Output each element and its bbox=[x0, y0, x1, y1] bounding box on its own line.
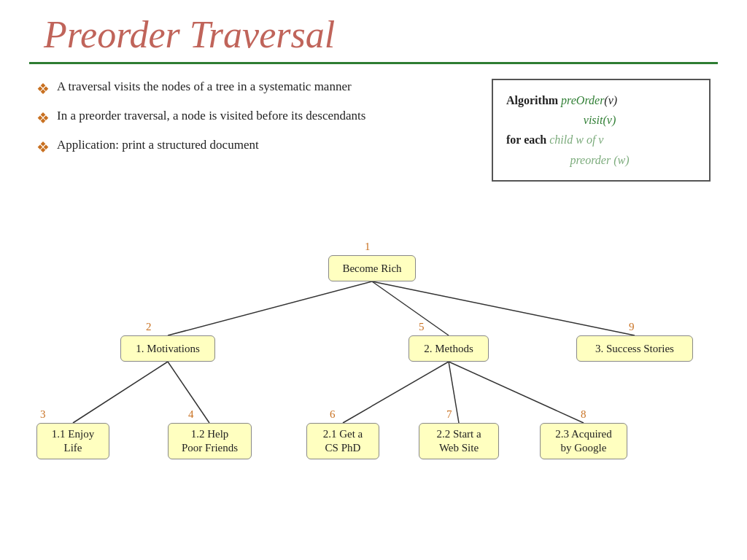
algo-line1: Algorithm preOrder(v) bbox=[506, 90, 693, 110]
node-number-n1: 2 bbox=[146, 321, 152, 333]
page: Preorder Traversal ❖ A traversal visits … bbox=[0, 0, 747, 560]
title-divider bbox=[29, 62, 718, 64]
svg-line-2 bbox=[372, 281, 635, 335]
node-number-n22: 7 bbox=[446, 408, 452, 421]
bullet-item-1: ❖ A traversal visits the nodes of a tree… bbox=[36, 79, 470, 99]
node-number-n11: 3 bbox=[40, 408, 46, 421]
algorithm-box: Algorithm preOrder(v) visit(v) for each … bbox=[492, 79, 711, 182]
node-number-n2: 5 bbox=[419, 321, 425, 333]
bullet-icon-2: ❖ bbox=[36, 109, 50, 128]
node-number-n21: 6 bbox=[330, 408, 336, 421]
node-number-n23: 8 bbox=[581, 408, 587, 421]
tree-node-root: Become Rich bbox=[328, 255, 416, 281]
tree-node-n23: 2.3 Acquired by Google bbox=[540, 423, 627, 459]
node-number-n3: 9 bbox=[629, 321, 635, 333]
tree-section: 1 Become Rich 2 1. Motivations 5 2. Meth… bbox=[0, 226, 747, 560]
tree-node-n12: 1.2 Help Poor Friends bbox=[168, 423, 252, 459]
algo-foreach-keyword: for each bbox=[506, 133, 546, 146]
bullet-text-3: Application: print a structured document bbox=[57, 137, 259, 154]
algo-line3: for each child w of v bbox=[506, 130, 693, 149]
svg-line-5 bbox=[343, 362, 449, 423]
tree-node-n3: 3. Success Stories bbox=[576, 335, 693, 362]
tree-node-n11: 1.1 Enjoy Life bbox=[36, 423, 109, 459]
algo-line4: preorder (w) bbox=[506, 150, 693, 170]
bullet-list: ❖ A traversal visits the nodes of a tree… bbox=[36, 79, 470, 182]
algo-param: (v) bbox=[604, 94, 617, 106]
tree-node-n21: 2.1 Get a CS PhD bbox=[306, 423, 379, 459]
bullet-text-2: In a preorder traversal, a node is visit… bbox=[57, 108, 365, 125]
tree-node-n2: 2. Methods bbox=[409, 335, 489, 362]
content-area: ❖ A traversal visits the nodes of a tree… bbox=[29, 79, 718, 182]
bullet-text-1: A traversal visits the nodes of a tree i… bbox=[57, 79, 352, 96]
svg-line-0 bbox=[168, 281, 372, 335]
svg-line-7 bbox=[449, 362, 584, 423]
algo-name: preOrder bbox=[561, 94, 604, 106]
algo-foreach-text: child w of v bbox=[546, 133, 603, 146]
bullet-item-2: ❖ In a preorder traversal, a node is vis… bbox=[36, 108, 470, 128]
algo-keyword: Algorithm bbox=[506, 94, 558, 106]
svg-line-3 bbox=[73, 362, 168, 423]
title-section: Preorder Traversal bbox=[29, 0, 718, 56]
node-number-n12: 4 bbox=[188, 408, 194, 421]
algo-line2: visit(v) bbox=[506, 110, 693, 130]
node-number-root: 1 bbox=[365, 241, 371, 253]
bullet-icon-1: ❖ bbox=[36, 79, 50, 99]
page-title: Preorder Traversal bbox=[44, 13, 718, 56]
bullet-item-3: ❖ Application: print a structured docume… bbox=[36, 137, 470, 158]
tree-node-n1: 1. Motivations bbox=[120, 335, 215, 362]
bullet-icon-3: ❖ bbox=[36, 138, 50, 158]
tree-node-n22: 2.2 Start a Web Site bbox=[419, 423, 499, 459]
